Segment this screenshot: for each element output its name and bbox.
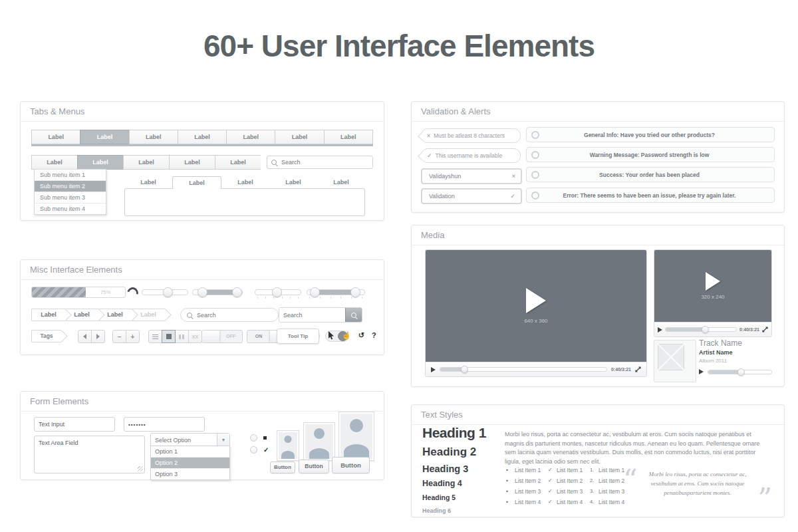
search-input[interactable] bbox=[196, 311, 272, 319]
alert-text: General Info: Have you tried our other p… bbox=[539, 132, 774, 138]
play-button[interactable] bbox=[699, 369, 704, 374]
slider-handle[interactable] bbox=[163, 287, 173, 297]
radio-button[interactable] bbox=[250, 434, 257, 442]
submenu-item-active[interactable]: Sub menu item 2 bbox=[35, 181, 106, 192]
slider-handle[interactable] bbox=[350, 287, 360, 297]
help-icon: ? bbox=[372, 332, 376, 339]
avatar-medium bbox=[303, 422, 335, 461]
text-input[interactable] bbox=[34, 417, 115, 432]
play-button[interactable] bbox=[431, 367, 436, 372]
panel-validation-alerts: Validation & Alerts × Must be atleast 8 … bbox=[411, 101, 785, 213]
xx-view-button[interactable]: XX bbox=[188, 330, 202, 343]
tab-active[interactable]: Label bbox=[80, 130, 128, 144]
tab[interactable]: Label bbox=[221, 176, 269, 188]
tab-active[interactable]: Label bbox=[172, 176, 221, 189]
tooltip-text: Must be atleast 8 characters bbox=[434, 132, 505, 139]
submenu-item[interactable]: Sub menu item 1 bbox=[35, 170, 106, 181]
select-dropdown[interactable]: Select Option ▼ bbox=[150, 433, 230, 447]
radio-button[interactable] bbox=[250, 446, 257, 454]
tab[interactable]: Label bbox=[324, 130, 373, 144]
plus-button[interactable]: + bbox=[126, 330, 140, 343]
slider-handle[interactable] bbox=[198, 287, 207, 297]
video-screen[interactable]: 320 x 240 bbox=[654, 250, 771, 322]
button-large[interactable]: Button bbox=[332, 457, 370, 473]
tab[interactable]: Label bbox=[31, 130, 80, 144]
textarea[interactable]: Text Area Field bbox=[34, 436, 145, 473]
stepper: – + bbox=[112, 330, 140, 343]
breadcrumb-item[interactable]: Label bbox=[31, 309, 65, 321]
search-input[interactable] bbox=[280, 158, 368, 166]
radio-selected-icon bbox=[263, 436, 267, 440]
slider-handle[interactable] bbox=[272, 287, 282, 297]
tag-label[interactable]: Tags bbox=[31, 330, 61, 342]
minus-button[interactable]: – bbox=[112, 330, 126, 343]
toggle-handle[interactable] bbox=[202, 331, 219, 342]
search-box bbox=[279, 307, 362, 323]
seek-handle[interactable] bbox=[461, 366, 468, 373]
tab[interactable]: Label bbox=[124, 176, 172, 188]
textarea-value: Text Area Field bbox=[39, 440, 78, 446]
tab[interactable]: Label bbox=[31, 155, 77, 170]
select-option-active[interactable]: Option 2 bbox=[151, 458, 229, 469]
fullscreen-icon[interactable] bbox=[762, 327, 768, 332]
submenu-item[interactable]: Sub menu item 3 bbox=[35, 192, 106, 203]
play-icon[interactable] bbox=[706, 272, 720, 291]
slider-handle[interactable] bbox=[310, 287, 320, 297]
tab[interactable]: Label bbox=[226, 130, 275, 144]
password-input[interactable] bbox=[124, 417, 205, 432]
progress-value: 75% bbox=[86, 289, 125, 295]
button-small[interactable]: Button bbox=[270, 462, 295, 473]
validation-input-invalid[interactable] bbox=[428, 172, 490, 180]
tab[interactable]: Label bbox=[129, 130, 178, 144]
seek-handle[interactable] bbox=[702, 326, 709, 333]
tab[interactable]: Label bbox=[269, 176, 317, 188]
fullscreen-icon[interactable] bbox=[635, 366, 641, 372]
bullet-list: List Item 1 List Item 2 List Item 3 List… bbox=[506, 465, 541, 507]
tab[interactable]: Label bbox=[275, 130, 323, 144]
submenu-item[interactable]: Sub menu item 4 bbox=[35, 203, 106, 214]
search-button[interactable] bbox=[345, 308, 362, 322]
arrow-right-icon bbox=[96, 334, 100, 339]
search-input[interactable] bbox=[279, 308, 345, 322]
tab[interactable]: Label bbox=[178, 130, 226, 144]
tab[interactable]: Label bbox=[169, 155, 215, 170]
tab[interactable]: Label bbox=[123, 155, 169, 170]
tab[interactable]: Label bbox=[215, 155, 261, 170]
panel-misc-elements: Misc Interface Elements 75% Label Label … bbox=[20, 259, 384, 355]
heading-4: Heading 4 bbox=[422, 479, 501, 488]
columns-view-button[interactable] bbox=[175, 330, 189, 343]
button-medium[interactable]: Button bbox=[299, 460, 329, 473]
select-value: Select Option bbox=[151, 437, 217, 444]
chevron-down-icon: ▼ bbox=[217, 434, 229, 446]
tab[interactable]: Label bbox=[317, 176, 365, 188]
slider-handle[interactable] bbox=[232, 287, 242, 297]
check-list: List Item 1 List Item 2 List Item 3 List… bbox=[548, 465, 583, 507]
tooltip-button[interactable]: Tool Tip bbox=[277, 329, 319, 344]
tab-active[interactable]: Label bbox=[77, 155, 123, 170]
grid-view-button[interactable] bbox=[162, 330, 176, 343]
seek-handle[interactable] bbox=[737, 368, 745, 376]
seek-bar[interactable] bbox=[440, 367, 607, 372]
slider bbox=[142, 289, 188, 295]
prev-button[interactable] bbox=[78, 330, 92, 343]
tooltip-text: This username is available bbox=[436, 152, 503, 159]
list-view-button[interactable] bbox=[148, 330, 162, 343]
seek-fill bbox=[666, 328, 704, 331]
video-screen[interactable]: 640 x 360 bbox=[426, 250, 646, 362]
validation-input-valid[interactable] bbox=[428, 192, 490, 200]
play-icon[interactable] bbox=[526, 288, 546, 313]
select-option[interactable]: Option 1 bbox=[151, 446, 229, 458]
play-button[interactable] bbox=[658, 327, 662, 332]
list-item: List Item 3 bbox=[590, 486, 624, 497]
tick-marks bbox=[257, 297, 299, 299]
list-item: List Item 2 bbox=[548, 475, 583, 486]
list-item: List Item 4 bbox=[548, 497, 583, 507]
select-option[interactable]: Option 3 bbox=[151, 469, 229, 479]
seek-bar[interactable] bbox=[708, 370, 772, 374]
panel-title: Media bbox=[412, 225, 784, 245]
video-controls: 0:40/3:21 bbox=[654, 322, 771, 336]
next-button[interactable] bbox=[91, 330, 105, 343]
toggle-off[interactable]: OFF bbox=[201, 330, 243, 343]
search-pill bbox=[180, 308, 279, 322]
seek-bar[interactable] bbox=[665, 327, 737, 332]
